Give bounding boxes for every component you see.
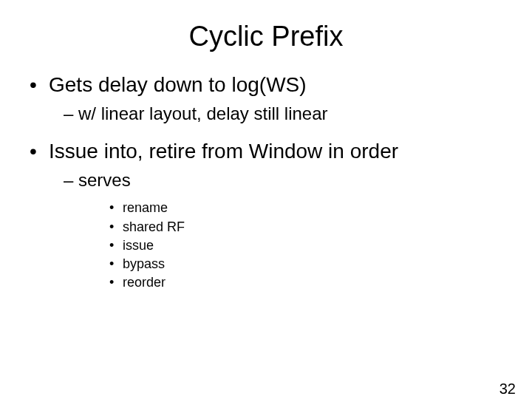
bullet-dot-icon: • — [30, 138, 49, 164]
bullet-text: Issue into, retire from Window in order — [49, 140, 398, 163]
bullet-level3: •bypass — [109, 255, 510, 273]
bullet-level3: •reorder — [109, 273, 510, 292]
slide-content: •Gets delay down to log(WS) – w/ linear … — [30, 72, 510, 292]
bullet-dot-icon: • — [109, 236, 123, 255]
bullet-text: issue — [123, 238, 154, 253]
bullet-text: – serves — [64, 170, 131, 190]
bullet-level1: •Issue into, retire from Window in order — [30, 138, 510, 164]
bullet-text: reorder — [123, 275, 166, 290]
bullet-dot-icon: • — [109, 218, 123, 236]
bullet-level3: •rename — [109, 199, 510, 217]
bullet-level2: – w/ linear layout, delay still linear — [64, 102, 510, 125]
bullet-level3: •shared RF — [109, 218, 510, 236]
slide: Cyclic Prefix •Gets delay down to log(WS… — [0, 21, 532, 399]
bullet-dot-icon: • — [109, 255, 123, 273]
bullet-level1: •Gets delay down to log(WS) — [30, 72, 510, 98]
bullet-dot-icon: • — [30, 72, 49, 98]
bullet-dot-icon: • — [109, 273, 123, 292]
bullet-text: Gets delay down to log(WS) — [49, 73, 307, 96]
bullet-level3: •issue — [109, 236, 510, 255]
bullet-text: rename — [123, 200, 168, 215]
bullet-text: shared RF — [123, 219, 185, 234]
page-number: 32 — [499, 381, 516, 398]
bullet-text: – w/ linear layout, delay still linear — [64, 103, 328, 123]
bullet-dot-icon: • — [109, 199, 123, 217]
bullet-level2: – serves — [64, 168, 510, 191]
slide-title: Cyclic Prefix — [0, 21, 532, 52]
bullet-text: bypass — [123, 256, 165, 271]
